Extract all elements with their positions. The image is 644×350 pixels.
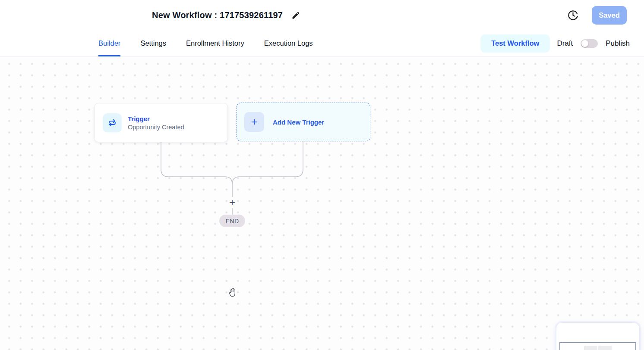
tab-enrollment-history[interactable]: Enrollment History [186, 30, 244, 56]
edit-title-button[interactable] [291, 11, 300, 20]
tab-execution-logs[interactable]: Execution Logs [264, 30, 313, 56]
trigger-node-card[interactable]: Trigger Opportunity Created [94, 103, 228, 142]
open-hand-cursor-icon [227, 287, 239, 298]
end-badge: END [219, 215, 245, 227]
plus-icon: + [244, 112, 264, 132]
page-title: New Workflow : 1717539261197 [152, 10, 283, 20]
add-action-plus-button[interactable]: + [226, 197, 238, 209]
pencil-icon [291, 11, 300, 20]
header-right-group: Saved [567, 0, 627, 30]
workflow-canvas[interactable]: Trigger Opportunity Created + Add New Tr… [0, 56, 644, 350]
trigger-card-texts: Trigger Opportunity Created [128, 115, 184, 131]
top-header: New Workflow : 1717539261197 Saved [0, 0, 644, 30]
workflow-title-block: New Workflow : 1717539261197 [152, 0, 300, 30]
saved-button[interactable]: Saved [592, 6, 627, 25]
plus-glyph: + [251, 116, 257, 127]
add-new-trigger-card[interactable]: + Add New Trigger [237, 103, 370, 141]
add-new-trigger-label: Add New Trigger [273, 119, 324, 126]
tab-builder[interactable]: Builder [98, 30, 120, 56]
minimap-node [584, 346, 597, 350]
connector-lines [0, 56, 644, 350]
minimap-panel[interactable] [556, 322, 640, 350]
draft-label: Draft [557, 39, 573, 48]
minimap-node [598, 346, 612, 350]
test-workflow-button[interactable]: Test Workflow [480, 34, 550, 53]
trigger-card-title: Trigger [128, 115, 184, 122]
publish-label: Publish [606, 39, 630, 48]
publish-toggle[interactable] [581, 39, 598, 48]
swap-arrows-icon [103, 113, 122, 132]
workflow-builder-page: New Workflow : 1717539261197 Saved [0, 0, 644, 350]
tabs-group: Builder Settings Enrollment History Exec… [98, 30, 313, 56]
trigger-card-subtitle: Opportunity Created [128, 124, 184, 131]
version-history-button[interactable] [567, 9, 579, 21]
toggle-knob [581, 40, 588, 47]
workflow-tabbar: Builder Settings Enrollment History Exec… [0, 30, 644, 56]
tabbar-actions: Test Workflow Draft Publish [480, 30, 630, 56]
minimap-viewport [559, 342, 636, 350]
tab-settings[interactable]: Settings [140, 30, 166, 56]
history-clock-icon [567, 9, 579, 21]
